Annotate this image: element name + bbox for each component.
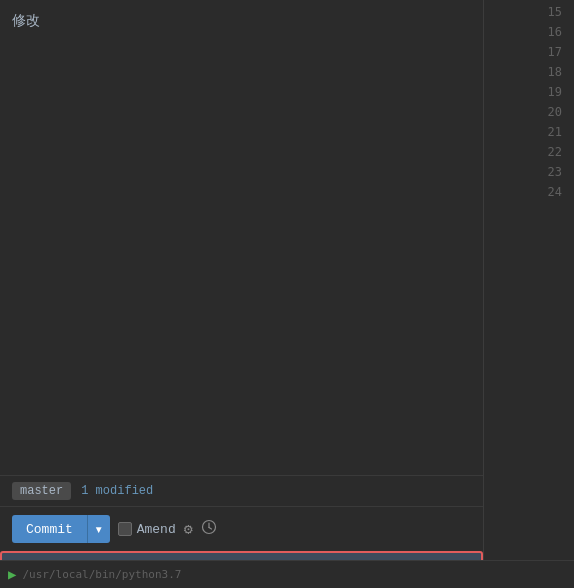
line-number-20: 20 (484, 102, 574, 122)
line-number-17: 17 (484, 42, 574, 62)
clock-icon[interactable] (201, 519, 217, 539)
line-number-22: 22 (484, 142, 574, 162)
toolbar: Commit ▼ Amend ⚙ (0, 506, 483, 551)
svg-line-2 (209, 528, 212, 530)
branch-badge: master (12, 482, 71, 500)
amend-checkbox[interactable] (118, 522, 132, 536)
commit-button-group: Commit ▼ (12, 515, 110, 543)
line-number-18: 18 (484, 62, 574, 82)
python-path: /usr/local/bin/python3.7 (22, 568, 181, 581)
line-numbers: 15 16 17 18 19 20 21 22 23 24 (484, 0, 574, 202)
line-number-24: 24 (484, 182, 574, 202)
gear-icon[interactable]: ⚙ (184, 520, 193, 539)
commit-button[interactable]: Commit (12, 515, 87, 543)
commit-dropdown-button[interactable]: ▼ (87, 515, 110, 543)
left-panel: 修改 master 1 modified Commit ▼ Amend ⚙ (0, 0, 484, 588)
right-panel: 15 16 17 18 19 20 21 22 23 24 (484, 0, 574, 588)
bottom-bar: ▶ /usr/local/bin/python3.7 (0, 560, 574, 588)
run-icon: ▶ (8, 566, 16, 583)
commit-message-text: 修改 (12, 12, 40, 28)
commit-message-area[interactable]: 修改 (0, 0, 483, 475)
line-number-19: 19 (484, 82, 574, 102)
line-number-23: 23 (484, 162, 574, 182)
line-number-15: 15 (484, 2, 574, 22)
amend-checkbox-group[interactable]: Amend (118, 522, 176, 537)
amend-label: Amend (137, 522, 176, 537)
line-number-21: 21 (484, 122, 574, 142)
status-bar: master 1 modified (0, 475, 483, 506)
modified-count: 1 modified (81, 484, 153, 498)
line-number-16: 16 (484, 22, 574, 42)
dropdown-arrow-icon: ▼ (94, 524, 104, 535)
main-container: 修改 master 1 modified Commit ▼ Amend ⚙ (0, 0, 574, 588)
